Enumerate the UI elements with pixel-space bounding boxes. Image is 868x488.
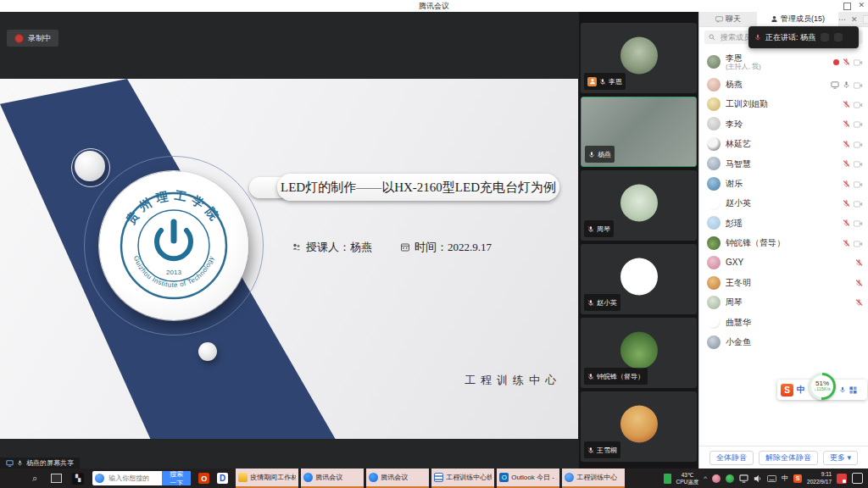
cam-icon[interactable] — [854, 236, 863, 251]
tab-manage-members[interactable]: 管理成员(15) — [757, 12, 838, 26]
member-row[interactable]: 钟皖锋（督导） — [699, 233, 868, 252]
member-row[interactable]: 杨燕 — [699, 75, 868, 94]
taskbar-app-button[interactable]: 工程训练中心 — [562, 469, 625, 488]
taskbar-search-icon[interactable]: ⌕ — [32, 473, 37, 484]
cam-icon[interactable] — [854, 176, 863, 191]
tray-ime-icon[interactable]: 中 — [782, 474, 788, 483]
recording-icon — [14, 34, 24, 43]
tray-keyboard-icon[interactable] — [767, 475, 776, 482]
cam-icon[interactable] — [854, 156, 863, 171]
taskbar-app-button[interactable]: 工程训练中心线.. — [431, 469, 494, 488]
video-thumbnail[interactable]: 周琴 — [581, 170, 697, 241]
participant-avatar — [620, 36, 658, 74]
tray-user-icon[interactable] — [712, 474, 721, 483]
cam-icon[interactable] — [854, 116, 863, 131]
member-row[interactable]: 李恩(主持人, 我) — [699, 49, 868, 75]
member-name: 钟皖锋（督导） — [726, 238, 837, 248]
tray-sogou-icon[interactable]: S — [793, 474, 802, 483]
mic-off-icon[interactable] — [843, 156, 850, 171]
restore-window-icon[interactable] — [843, 3, 851, 10]
member-status-icons — [843, 176, 863, 191]
mic-off-icon[interactable] — [843, 136, 850, 152]
member-row[interactable]: 小金鱼 — [699, 332, 868, 352]
cam-icon[interactable] — [854, 196, 863, 211]
member-row[interactable]: 彭瑶 — [699, 214, 868, 233]
member-row[interactable]: 李玲 — [699, 114, 868, 134]
taskbar-app-button[interactable]: 疫情期间工作材料 — [236, 469, 298, 488]
video-thumbnail[interactable]: 王雪桐 — [581, 391, 697, 462]
taskbar-search-input[interactable] — [107, 474, 162, 483]
cam-icon[interactable] — [854, 215, 863, 230]
mic-off-icon[interactable] — [843, 97, 850, 112]
cam-icon[interactable] — [854, 77, 863, 92]
mic-on-icon[interactable] — [843, 77, 850, 92]
video-thumbnail[interactable]: 杨燕 — [581, 97, 697, 167]
share-banner-text: 杨燕的屏幕共享 — [26, 458, 74, 468]
taskbar-search-box[interactable]: 搜索一下 — [92, 471, 191, 485]
battery-icon[interactable] — [664, 474, 671, 484]
start-button[interactable] — [8, 474, 19, 484]
mic-off-icon[interactable] — [843, 236, 850, 251]
taskbar-search-button[interactable]: 搜索一下 — [162, 471, 191, 485]
mic-off-icon[interactable] — [843, 116, 850, 131]
member-row[interactable]: 工训刘姐勤 — [699, 94, 868, 114]
more-button[interactable]: 更多 ▾ — [823, 451, 858, 465]
member-row[interactable]: 王冬明 — [699, 273, 868, 292]
close-window-icon[interactable]: ✕ — [858, 1, 865, 10]
mic-off-icon[interactable] — [843, 176, 850, 191]
unmute-all-button[interactable]: 解除全体静音 — [759, 451, 818, 465]
video-thumbnail[interactable]: 赵小英 — [581, 244, 697, 314]
member-text: 李玲 — [726, 119, 837, 130]
cpu-gauge[interactable]: 51% ↓115K/s — [809, 373, 836, 400]
taskbar-clock[interactable]: 9:112022/9/17 — [807, 471, 832, 485]
member-row[interactable]: 周琴 — [699, 292, 868, 312]
member-row[interactable]: 赵小英 — [699, 193, 868, 213]
panel-close-icon[interactable]: ✕ — [851, 15, 858, 24]
mic-off-icon[interactable] — [855, 275, 863, 291]
member-status-icons — [843, 136, 863, 152]
taskbar-app-button[interactable]: 腾讯会议 — [301, 469, 364, 488]
ime-mode-indicator[interactable]: 中 — [797, 384, 805, 396]
tab-chat[interactable]: 聊天 — [699, 12, 757, 26]
widget-mic-icon[interactable] — [839, 385, 846, 394]
pinned-app-icon-2[interactable]: D — [217, 473, 228, 484]
office-app-icon[interactable]: O — [198, 473, 209, 484]
cam-icon[interactable] — [854, 136, 863, 152]
widget-grid-icon[interactable] — [849, 386, 857, 394]
member-text: 彭瑶 — [726, 219, 837, 229]
cam-icon[interactable] — [854, 54, 863, 69]
member-row[interactable]: GXY — [699, 253, 868, 273]
screen-share-banner: 杨燕的屏幕共享 — [0, 458, 80, 469]
panel-more-icon[interactable]: ⋯ — [838, 15, 846, 24]
screen-icon[interactable] — [831, 77, 839, 92]
mic-off-icon[interactable] — [843, 54, 850, 69]
cpu-temp-indicator[interactable]: 43℃CPU温度 — [676, 472, 699, 485]
tray-speaker-icon[interactable] — [754, 474, 762, 483]
member-row[interactable]: 马智慧 — [699, 154, 868, 174]
mic-off-icon[interactable] — [855, 255, 863, 270]
panel-detach-icon[interactable] — [863, 15, 868, 24]
taskbar-app-button[interactable]: Outlook 今日 - .. — [497, 469, 559, 488]
sogou-input-icon[interactable]: S — [781, 384, 793, 396]
tray-monitor-icon[interactable] — [739, 474, 748, 483]
tray-expand-icon[interactable]: ^ — [704, 474, 707, 482]
sheet-blue-icon — [434, 473, 443, 482]
cam-icon[interactable] — [854, 97, 863, 112]
mic-off-icon[interactable] — [843, 215, 850, 230]
video-thumbnail[interactable]: 李恩 — [581, 23, 697, 93]
video-thumbnail[interactable]: 钟皖锋（督导） — [581, 318, 697, 388]
tray-notification-app-icon[interactable] — [837, 474, 847, 484]
mute-all-button[interactable]: 全体静音 — [709, 451, 754, 465]
member-row[interactable]: 曲慧华 — [699, 313, 868, 332]
mic-off-icon[interactable] — [843, 196, 850, 211]
member-row[interactable]: 谢乐 — [699, 174, 868, 193]
member-row[interactable]: 林延艺 — [699, 134, 868, 153]
tray-shield-icon[interactable] — [726, 474, 734, 483]
mic-icon — [17, 459, 23, 467]
taskbar-app-button[interactable]: 腾讯会议 — [366, 469, 429, 488]
action-center-icon[interactable] — [852, 473, 863, 484]
pinned-app-icon[interactable]: ▚ — [72, 473, 84, 485]
toast-decoration — [834, 33, 843, 42]
task-view-icon[interactable] — [51, 474, 62, 483]
mic-off-icon[interactable] — [855, 295, 863, 310]
